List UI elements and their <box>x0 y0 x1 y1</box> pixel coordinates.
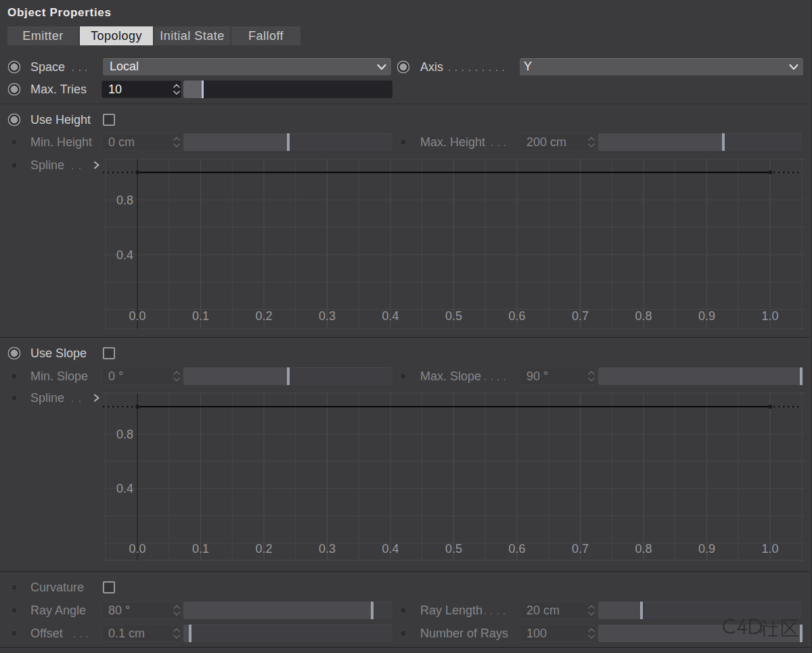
svg-text:0.6: 0.6 <box>508 309 525 323</box>
svg-text:1.0: 1.0 <box>761 542 778 556</box>
svg-text:0.2: 0.2 <box>255 542 272 556</box>
svg-text:0.7: 0.7 <box>572 309 589 323</box>
svg-text:0.4: 0.4 <box>116 482 133 495</box>
svg-text:0.1: 0.1 <box>192 542 209 556</box>
svg-text:0.3: 0.3 <box>319 309 336 323</box>
svg-text:0.4: 0.4 <box>116 248 133 262</box>
svg-text:0.4: 0.4 <box>382 542 399 556</box>
svg-text:0.5: 0.5 <box>445 542 462 556</box>
svg-text:0.3: 0.3 <box>319 542 336 556</box>
svg-text:0.0: 0.0 <box>129 309 145 323</box>
svg-text:0.8: 0.8 <box>116 428 133 441</box>
svg-text:0.9: 0.9 <box>698 542 715 556</box>
svg-text:0.6: 0.6 <box>508 542 525 556</box>
svg-text:0.8: 0.8 <box>116 194 133 207</box>
svg-text:0.7: 0.7 <box>572 542 589 556</box>
svg-text:0.9: 0.9 <box>698 309 715 323</box>
svg-text:0.8: 0.8 <box>635 309 652 323</box>
svg-text:0.8: 0.8 <box>635 542 652 556</box>
svg-text:0.4: 0.4 <box>382 309 399 323</box>
svg-text:0.2: 0.2 <box>255 309 272 323</box>
svg-text:0.5: 0.5 <box>445 309 462 323</box>
svg-text:1.0: 1.0 <box>761 309 778 323</box>
svg-text:0.0: 0.0 <box>129 542 145 556</box>
svg-text:0.1: 0.1 <box>192 309 209 323</box>
